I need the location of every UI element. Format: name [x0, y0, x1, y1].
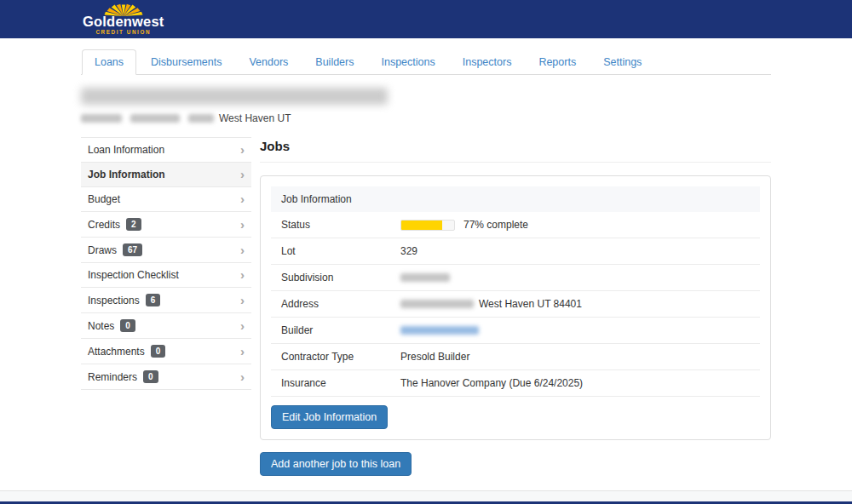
chevron-right-icon: ›: [240, 195, 245, 203]
contractor-type-value: Presold Builder: [400, 351, 469, 363]
sidebar-item-label: Job Information: [88, 169, 165, 180]
chevron-right-icon: ›: [240, 296, 245, 305]
loan-title-redacted: [81, 88, 388, 105]
brand-tagline: CREDIT UNION: [95, 30, 151, 35]
tab-inspectors[interactable]: Inspectors: [450, 49, 525, 75]
jobs-panel: Jobs Job Information Status 77% complete…: [260, 137, 771, 476]
street-redacted: [188, 114, 214, 123]
sidebar-item-inspections[interactable]: Inspections 6 ›: [81, 287, 251, 312]
loan-subtitle: West Haven UT: [81, 112, 771, 124]
loan-sidebar: Loan Information › Job Information › Bud…: [81, 137, 251, 390]
tab-disbursements[interactable]: Disbursements: [138, 49, 234, 75]
table-row-lot: Lot 329: [271, 238, 760, 265]
main-nav-tabs: Loans Disbursements Vendors Builders Ins…: [81, 49, 771, 75]
attachments-count-badge: 0: [151, 345, 166, 358]
chevron-right-icon: ›: [240, 373, 245, 381]
add-job-button[interactable]: Add another job to this loan: [260, 452, 412, 476]
goldenwest-logo: Goldenwest CREDIT UNION: [83, 3, 164, 35]
chevron-right-icon: ›: [240, 271, 245, 279]
row-label: Builder: [281, 324, 400, 336]
chevron-right-icon: ›: [240, 322, 245, 330]
sidebar-item-label: Notes: [88, 320, 114, 332]
row-label: Contractor Type: [281, 351, 400, 363]
page-title: Jobs: [260, 139, 771, 153]
brand-name: Goldenwest: [83, 14, 164, 29]
top-header-bar: Goldenwest CREDIT UNION: [0, 0, 852, 38]
sidebar-item-label: Reminders: [88, 371, 137, 383]
sidebar-item-job-information[interactable]: Job Information ›: [81, 162, 251, 186]
row-label: Lot: [281, 245, 400, 257]
sidebar-item-draws[interactable]: Draws 67 ›: [81, 237, 251, 262]
table-row-builder: Builder: [271, 318, 760, 344]
row-label: Subdivision: [281, 272, 400, 284]
row-label: Insurance: [281, 377, 400, 389]
heading-divider: [260, 162, 771, 163]
footer-band: [0, 490, 852, 501]
progress-fill: [401, 220, 442, 230]
tab-loans[interactable]: Loans: [82, 49, 136, 75]
address-value-text: West Haven UT 84401: [479, 298, 582, 310]
loan-header: West Haven UT: [81, 88, 771, 124]
chevron-right-icon: ›: [240, 347, 245, 356]
chevron-right-icon: ›: [240, 170, 245, 179]
sidebar-item-reminders[interactable]: Reminders 0 ›: [81, 364, 251, 390]
lot-value: 329: [400, 245, 417, 257]
street-value-redacted: [400, 300, 474, 308]
sidebar-item-label: Attachments: [88, 346, 145, 358]
edit-job-information-button[interactable]: Edit Job Information: [271, 405, 388, 429]
reminders-count-badge: 0: [143, 370, 158, 383]
table-row-address: Address West Haven UT 84401: [271, 291, 760, 318]
draws-count-badge: 67: [123, 243, 142, 256]
sidebar-item-label: Budget: [88, 193, 120, 205]
sidebar-item-notes[interactable]: Notes 0 ›: [81, 312, 251, 338]
table-row-insurance: Insurance The Hanover Company (Due 6/24/…: [271, 370, 760, 397]
notes-count-badge: 0: [120, 319, 135, 332]
chevron-right-icon: ›: [240, 146, 245, 154]
progress-text: 77% complete: [463, 219, 528, 231]
tab-vendors[interactable]: Vendors: [236, 49, 301, 75]
sidebar-item-label: Inspection Checklist: [88, 269, 179, 281]
builder-link-redacted[interactable]: [400, 326, 479, 335]
loan-location-text: West Haven UT: [219, 112, 291, 124]
lot-redacted: [81, 114, 122, 123]
table-row-subdivision: Subdivision: [271, 265, 760, 291]
tab-inspections[interactable]: Inspections: [368, 49, 447, 75]
page-footer: [0, 490, 852, 504]
sidebar-item-label: Loan Information: [88, 144, 164, 156]
tab-settings[interactable]: Settings: [590, 49, 654, 75]
tab-reports[interactable]: Reports: [526, 49, 589, 75]
chevron-right-icon: ›: [240, 246, 245, 255]
sidebar-item-label: Credits: [88, 219, 120, 231]
insurance-value: The Hanover Company (Due 6/24/2025): [400, 377, 583, 389]
inspections-count-badge: 6: [146, 294, 161, 306]
sidebar-item-label: Draws: [88, 244, 117, 256]
progress-bar: [400, 220, 455, 231]
table-row-contractor-type: Contractor Type Presold Builder: [271, 344, 760, 370]
row-label: Address: [281, 298, 400, 310]
job-information-card: Job Information Status 77% complete Lot …: [260, 175, 771, 440]
subdivision-redacted: [130, 114, 180, 123]
sidebar-item-loan-information[interactable]: Loan Information ›: [81, 137, 251, 162]
sidebar-item-label: Inspections: [88, 295, 140, 306]
sidebar-item-budget[interactable]: Budget ›: [81, 186, 251, 211]
row-label: Status: [281, 219, 400, 231]
tab-builders[interactable]: Builders: [302, 49, 366, 75]
sidebar-item-credits[interactable]: Credits 2 ›: [81, 211, 251, 237]
subdivision-value-redacted: [400, 273, 450, 282]
sidebar-item-attachments[interactable]: Attachments 0 ›: [81, 338, 251, 364]
chevron-right-icon: ›: [240, 220, 245, 229]
table-row-status: Status 77% complete: [271, 212, 760, 238]
job-information-panel-title: Job Information: [271, 186, 760, 212]
credits-count-badge: 2: [126, 218, 141, 231]
sidebar-item-inspection-checklist[interactable]: Inspection Checklist ›: [81, 262, 251, 287]
